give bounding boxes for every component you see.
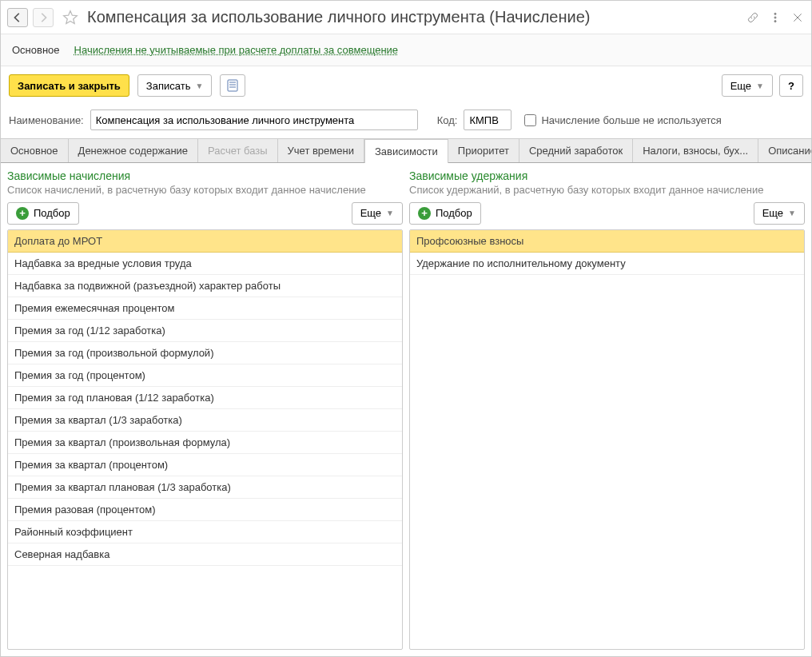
tab-учет-времени[interactable]: Учет времени bbox=[278, 139, 364, 162]
list-row[interactable]: Премия за квартал (произвольная формула) bbox=[8, 432, 402, 454]
right-pane: Зависимые удержания Список удержаний, в … bbox=[409, 169, 805, 650]
tab-средний-заработок[interactable]: Средний заработок bbox=[519, 139, 633, 162]
right-more-label: Еще bbox=[762, 207, 783, 219]
chevron-down-icon: ▼ bbox=[195, 82, 203, 90]
right-list[interactable]: Профсоюзные взносы Удержание по исполнит… bbox=[409, 229, 805, 650]
save-button-label: Записать bbox=[146, 80, 191, 92]
more-button[interactable]: Еще ▼ bbox=[722, 74, 773, 97]
nav-tab-main[interactable]: Основное bbox=[9, 42, 63, 58]
toolbar: Записать и закрыть Записать ▼ Еще ▼ ? bbox=[1, 66, 811, 105]
list-row[interactable]: Надбавка за вредные условия труда bbox=[8, 253, 402, 275]
list-row[interactable]: Премия за квартал (процентом) bbox=[8, 454, 402, 476]
left-pane-title: Зависимые начисления bbox=[7, 169, 403, 182]
not-used-label: Начисление больше не используется bbox=[541, 114, 721, 126]
content: Зависимые начисления Список начислений, … bbox=[1, 163, 811, 656]
list-row[interactable]: Премия за квартал плановая (1/3 заработк… bbox=[8, 476, 402, 499]
plus-icon: + bbox=[418, 207, 431, 220]
tab-основное[interactable]: Основное bbox=[1, 139, 69, 162]
save-button[interactable]: Записать ▼ bbox=[137, 74, 212, 97]
report-button[interactable] bbox=[220, 74, 245, 97]
window-title: Компенсация за использование личного инс… bbox=[87, 8, 741, 26]
name-input[interactable] bbox=[90, 110, 418, 130]
left-more-label: Еще bbox=[360, 207, 381, 219]
tab-приоритет[interactable]: Приоритет bbox=[448, 139, 519, 162]
list-row[interactable]: Премия за квартал (1/3 заработка) bbox=[8, 409, 402, 432]
list-row[interactable]: Премия за год (процентом) bbox=[8, 364, 402, 387]
more-button-label: Еще bbox=[730, 80, 751, 92]
tabs: ОсновноеДенежное содержаниеРасчет базыУч… bbox=[1, 138, 811, 163]
chevron-down-icon: ▼ bbox=[386, 209, 394, 217]
list-row[interactable]: Премия за год (1/12 заработка) bbox=[8, 320, 402, 342]
name-label: Наименование: bbox=[9, 114, 84, 126]
list-row[interactable]: Премия за год плановая (1/12 заработка) bbox=[8, 387, 402, 409]
list-row[interactable]: Премия ежемесячная процентом bbox=[8, 297, 402, 320]
help-button[interactable]: ? bbox=[779, 74, 803, 97]
favorite-star-icon[interactable] bbox=[62, 9, 79, 26]
nav-forward-button[interactable] bbox=[33, 8, 54, 27]
svg-point-0 bbox=[774, 13, 776, 14]
right-more-button[interactable]: Еще ▼ bbox=[754, 202, 805, 225]
left-pane-subtitle: Список начислений, в расчетную базу кото… bbox=[7, 184, 403, 197]
nav-link-exclusions[interactable]: Начисления не учитываемые при расчете до… bbox=[74, 44, 399, 56]
chevron-down-icon: ▼ bbox=[756, 82, 764, 90]
kebab-menu-icon[interactable] bbox=[768, 10, 782, 25]
plus-icon: + bbox=[16, 207, 29, 220]
chevron-down-icon: ▼ bbox=[788, 209, 796, 217]
form-row: Наименование: Код: Начисление больше не … bbox=[1, 105, 811, 138]
list-row[interactable]: Северная надбавка bbox=[8, 544, 402, 566]
code-input[interactable] bbox=[464, 110, 511, 130]
tab-зависимости[interactable]: Зависимости bbox=[364, 139, 448, 163]
close-icon[interactable] bbox=[790, 10, 805, 25]
right-pick-label: Подбор bbox=[436, 207, 472, 219]
right-list-header[interactable]: Профсоюзные взносы bbox=[410, 230, 804, 253]
tab-денежное-содержание[interactable]: Денежное содержание bbox=[69, 139, 198, 162]
list-row[interactable]: Надбавка за подвижной (разъездной) харак… bbox=[8, 275, 402, 297]
right-pick-button[interactable]: + Подбор bbox=[409, 202, 481, 225]
tab-описание[interactable]: Описание bbox=[758, 139, 812, 162]
list-row[interactable]: Премия разовая (процентом) bbox=[8, 499, 402, 521]
right-pane-subtitle: Список удержаний, в расчетную базу котор… bbox=[409, 184, 805, 197]
left-more-button[interactable]: Еще ▼ bbox=[352, 202, 403, 225]
left-pick-button[interactable]: + Подбор bbox=[7, 202, 79, 225]
tab-налоги-взносы-бух-[interactable]: Налоги, взносы, бух... bbox=[633, 139, 758, 162]
save-close-button[interactable]: Записать и закрыть bbox=[9, 74, 129, 97]
svg-point-1 bbox=[774, 16, 776, 18]
code-label: Код: bbox=[437, 114, 458, 126]
list-row[interactable]: Премия за год (произвольной формулой) bbox=[8, 342, 402, 364]
tab-расчет-базы: Расчет базы bbox=[198, 139, 278, 162]
right-pane-title: Зависимые удержания bbox=[409, 169, 805, 182]
svg-rect-3 bbox=[228, 80, 237, 91]
list-row[interactable]: Районный коэффициент bbox=[8, 521, 402, 544]
left-pick-label: Подбор bbox=[34, 207, 70, 219]
left-pane: Зависимые начисления Список начислений, … bbox=[7, 169, 403, 650]
nav-row: Основное Начисления не учитываемые при р… bbox=[1, 34, 811, 66]
not-used-checkbox[interactable] bbox=[524, 114, 536, 126]
svg-point-2 bbox=[774, 20, 776, 22]
nav-back-button[interactable] bbox=[7, 8, 28, 27]
titlebar: Компенсация за использование личного инс… bbox=[1, 1, 811, 34]
left-list[interactable]: Доплата до МРОТ Надбавка за вредные усло… bbox=[7, 229, 403, 650]
list-row[interactable]: Удержание по исполнительному документу bbox=[410, 253, 804, 275]
left-list-header[interactable]: Доплата до МРОТ bbox=[8, 230, 402, 253]
link-icon[interactable] bbox=[746, 10, 760, 25]
